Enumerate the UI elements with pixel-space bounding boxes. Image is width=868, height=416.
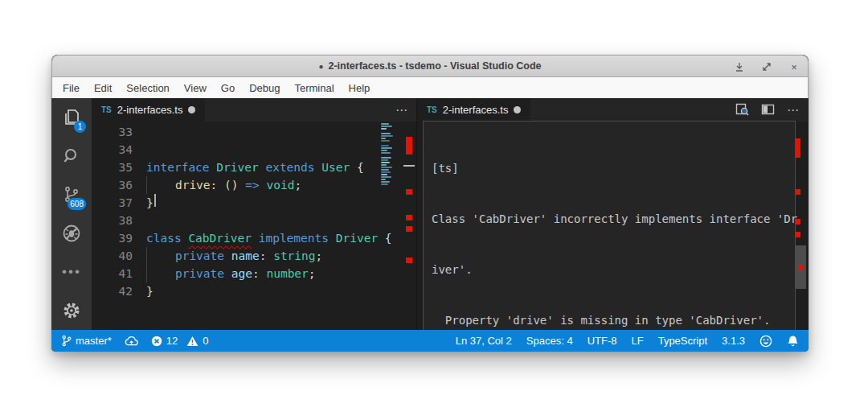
status-bar: master* 12 (51, 330, 809, 352)
tab-2-interfaces-right[interactable]: TS 2-interfaces.ts (417, 98, 530, 122)
smiley-icon (760, 335, 772, 348)
explorer-badge: 1 (74, 121, 86, 133)
explorer-button[interactable]: 1 (51, 98, 92, 137)
tab-actions-left: ⋯ (395, 98, 408, 122)
hover-message-line: Class 'CabDriver' incorrectly implements… (432, 211, 787, 228)
error-icon (151, 336, 162, 347)
notifications-button[interactable] (787, 335, 799, 348)
text-cursor (154, 194, 156, 207)
feedback-button[interactable] (760, 335, 772, 348)
hover-message-line: Property 'drive' is missing in type 'Cab… (432, 312, 787, 329)
problems-indicator[interactable]: 12 0 (151, 335, 209, 347)
overview-ruler-left[interactable] (403, 122, 415, 330)
status-item-3-1-3[interactable]: 3.1.3 (722, 335, 745, 347)
hover-message-line: iver'. (432, 262, 787, 278)
line-number: 38 (92, 212, 146, 229)
menu-item-file[interactable]: File (55, 82, 87, 94)
more-actions-button[interactable]: ⋯ (395, 103, 408, 117)
code-token: Driver (336, 229, 385, 247)
code-token: } (146, 194, 154, 212)
warning-icon (186, 336, 199, 347)
menu-item-selection[interactable]: Selection (119, 82, 176, 94)
viewport-indicator (403, 165, 415, 167)
line-number: 33 (92, 123, 146, 141)
code-token: age (231, 265, 252, 282)
menu-item-view[interactable]: View (177, 82, 214, 94)
tab-label: 2-interfaces.ts (117, 104, 183, 116)
menu-item-terminal[interactable]: Terminal (287, 82, 341, 94)
code-token: number (266, 265, 308, 282)
status-item-lf[interactable]: LF (631, 335, 643, 347)
menu-bar: FileEditSelectionViewGoDebugTerminalHelp (51, 77, 809, 98)
code-line: 39class CabDriver implements Driver { (92, 229, 416, 247)
code-token: interface (146, 159, 216, 176)
code-editor-left[interactable]: 333435interface Driver extends User {36 … (92, 122, 416, 330)
status-item-spaces-4[interactable]: Spaces: 4 (526, 335, 573, 347)
menu-item-go[interactable]: Go (214, 82, 242, 94)
tab-2-interfaces-left[interactable]: TS 2-interfaces.ts (92, 98, 205, 122)
minimap-row (381, 183, 397, 186)
code-line: 40 private name: string; (92, 247, 416, 265)
search-button[interactable] (51, 137, 92, 175)
sync-button[interactable] (125, 336, 138, 347)
maximize-button[interactable] (761, 61, 772, 72)
tab-actions-right: ⋯ (735, 98, 800, 122)
line-number: 42 (92, 282, 146, 300)
minimap[interactable] (381, 123, 397, 186)
status-item-ln-37-col-2[interactable]: Ln 37, Col 2 (456, 335, 512, 347)
tab-dirty-dot-icon[interactable] (514, 106, 521, 113)
status-right: Ln 37, Col 2Spaces: 4UTF-8LFTypeScript3.… (456, 335, 799, 348)
code-token: : (252, 265, 266, 282)
more-actions-button[interactable]: ⋯ (787, 103, 800, 117)
status-item-utf-8[interactable]: UTF-8 (588, 335, 617, 347)
more-views-button[interactable]: ••• (51, 253, 92, 291)
tab-bar-left: TS 2-interfaces.ts ⋯ (92, 98, 416, 122)
window-title: ● 2-interfaces.ts - tsdemo - Visual Stud… (318, 60, 541, 72)
status-item-typescript[interactable]: TypeScript (658, 335, 707, 347)
title-bar[interactable]: ● 2-interfaces.ts - tsdemo - Visual Stud… (51, 55, 809, 77)
code-token (252, 229, 259, 247)
open-changes-button[interactable] (735, 103, 749, 117)
error-mark (406, 215, 412, 220)
minimize-button[interactable] (734, 61, 745, 72)
menu-item-help[interactable]: Help (342, 82, 378, 94)
tab-label: 2-interfaces.ts (443, 104, 509, 116)
code-token: string (273, 247, 315, 265)
menu-item-debug[interactable]: Debug (242, 82, 287, 94)
tab-bar-right: TS 2-interfaces.ts (417, 98, 808, 122)
git-branch-icon (61, 335, 72, 347)
editor-group-left: TS 2-interfaces.ts ⋯ 333435interface Dri… (92, 98, 417, 330)
source-control-button[interactable]: 608 (51, 175, 92, 214)
editor-group-right: TS 2-interfaces.ts (417, 98, 808, 330)
code-line: 35interface Driver extends User { (92, 159, 416, 176)
typescript-file-icon: TS (101, 105, 112, 114)
close-button[interactable]: × (788, 61, 800, 72)
code-token (146, 265, 175, 282)
code-left: 333435interface Driver extends User {36 … (92, 122, 416, 300)
menu-item-edit[interactable]: Edit (87, 82, 119, 94)
desktop-background: ● 2-interfaces.ts - tsdemo - Visual Stud… (0, 0, 868, 416)
branch-indicator[interactable]: master* (61, 335, 112, 347)
search-icon (61, 146, 82, 167)
code-token: Driver (216, 159, 265, 176)
window-title-text: 2-interfaces.ts - tsdemo - Visual Studio… (328, 60, 541, 72)
error-mark (406, 226, 412, 232)
code-token: } (146, 282, 154, 300)
error-mark (406, 189, 412, 195)
code-token: => (245, 176, 259, 194)
code-token: extends (265, 159, 321, 176)
split-editor-button[interactable] (761, 103, 775, 117)
error-count: 12 (166, 335, 178, 347)
debug-button[interactable] (51, 214, 92, 253)
code-token: name (231, 247, 260, 265)
line-number: 37 (92, 194, 146, 212)
code-token: User (321, 159, 357, 176)
bell-icon (787, 335, 799, 348)
settings-button[interactable] (51, 291, 92, 330)
debug-no-bug-icon (61, 223, 82, 244)
tab-dirty-dot-icon[interactable] (188, 106, 195, 113)
code-token: drive (175, 176, 211, 194)
line-number: 40 (92, 247, 146, 265)
window-controls: × (734, 56, 800, 78)
code-line: 33 (92, 123, 416, 141)
